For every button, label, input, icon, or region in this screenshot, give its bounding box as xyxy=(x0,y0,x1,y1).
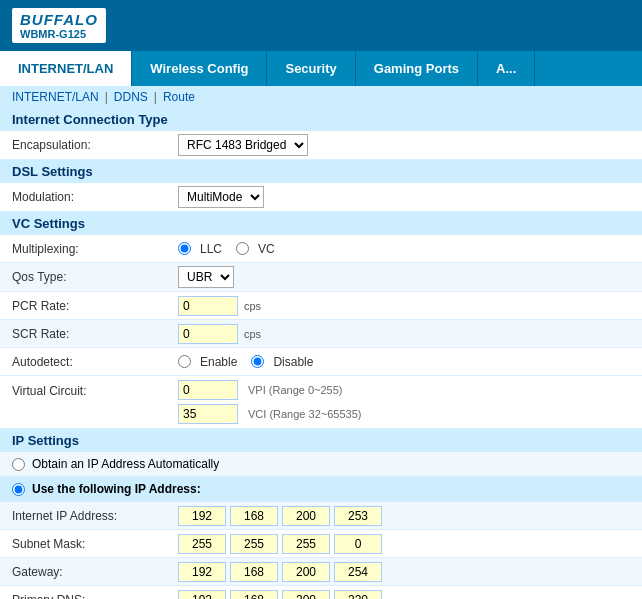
radio-vc[interactable] xyxy=(236,242,249,255)
radio-use-following[interactable] xyxy=(12,483,25,496)
value-internet-ip xyxy=(170,503,642,529)
sub-nav: INTERNET/LAN | DDNS | Route xyxy=(0,86,642,108)
row-pcr-rate: PCR Rate: cps xyxy=(0,292,642,320)
label-autodetect-disable[interactable]: Disable xyxy=(273,355,313,369)
label-autodetect: Autodetect: xyxy=(0,351,170,373)
obtain-auto-text: Obtain an IP Address Automatically xyxy=(32,457,219,471)
label-virtual-circuit: Virtual Circuit: xyxy=(0,376,170,404)
value-encapsulation: RFC 1483 Bridged RFC 1483 Routed PPPoE P… xyxy=(170,131,642,159)
unit-pcr: cps xyxy=(244,300,261,312)
select-modulation[interactable]: MultiMode ADSL ADSL2 ADSL2+ xyxy=(178,186,264,208)
tab-gaming-ports[interactable]: Gaming Ports xyxy=(356,51,478,86)
label-qos-type: Qos Type: xyxy=(0,266,170,288)
select-encapsulation[interactable]: RFC 1483 Bridged RFC 1483 Routed PPPoE P… xyxy=(178,134,308,156)
row-scr-rate: SCR Rate: cps xyxy=(0,320,642,348)
header: BUFFALO WBMR-G125 xyxy=(0,0,642,51)
label-subnet-mask: Subnet Mask: xyxy=(0,533,170,555)
radio-autodetect-disable[interactable] xyxy=(251,355,264,368)
label-primary-dns: Primary DNS: xyxy=(0,589,170,600)
logo-text: BUFFALO xyxy=(20,11,98,28)
row-obtain-auto: Obtain an IP Address Automatically xyxy=(0,452,642,477)
label-internet-ip: Internet IP Address: xyxy=(0,505,170,527)
ip-inputs-internet xyxy=(178,506,382,526)
ip-subnet-3[interactable] xyxy=(334,534,382,554)
value-qos-type: UBR CBR VBR xyxy=(170,263,642,291)
row-multiplexing: Multiplexing: LLC VC xyxy=(0,235,642,263)
sep2: | xyxy=(154,90,157,104)
row-internet-ip: Internet IP Address: xyxy=(0,502,642,530)
subnav-route[interactable]: Route xyxy=(163,90,195,104)
row-gateway: Gateway: xyxy=(0,558,642,586)
sep1: | xyxy=(105,90,108,104)
section-ip-settings: IP Settings xyxy=(0,429,642,452)
vci-line: VCI (Range 32~65535) xyxy=(178,404,634,424)
input-scr-rate[interactable] xyxy=(178,324,238,344)
ip-pdns-2[interactable] xyxy=(282,590,330,600)
value-subnet-mask xyxy=(170,531,642,557)
label-gateway: Gateway: xyxy=(0,561,170,583)
hint-vci: VCI (Range 32~65535) xyxy=(248,408,361,420)
value-scr-rate: cps xyxy=(170,321,642,347)
input-vpi[interactable] xyxy=(178,380,238,400)
value-pcr-rate: cps xyxy=(170,293,642,319)
radio-autodetect-enable[interactable] xyxy=(178,355,191,368)
label-modulation: Modulation: xyxy=(0,186,170,208)
row-use-following: Use the following IP Address: xyxy=(0,477,642,502)
ip-inputs-gateway xyxy=(178,562,382,582)
row-virtual-circuit: Virtual Circuit: VPI (Range 0~255) VCI (… xyxy=(0,376,642,429)
ip-subnet-2[interactable] xyxy=(282,534,330,554)
ip-pdns-1[interactable] xyxy=(230,590,278,600)
select-qos-type[interactable]: UBR CBR VBR xyxy=(178,266,234,288)
label-use-following[interactable]: Use the following IP Address: xyxy=(12,482,201,496)
ip-pdns-0[interactable] xyxy=(178,590,226,600)
input-vci[interactable] xyxy=(178,404,238,424)
ip-pdns-3[interactable] xyxy=(334,590,382,600)
nav-tabs: INTERNET/LAN Wireless Config Security Ga… xyxy=(0,51,642,86)
value-virtual-circuit: VPI (Range 0~255) VCI (Range 32~65535) xyxy=(170,376,642,428)
subnav-ddns[interactable]: DDNS xyxy=(114,90,148,104)
unit-scr: cps xyxy=(244,328,261,340)
label-encapsulation: Encapsulation: xyxy=(0,134,170,156)
ip-internet-1[interactable] xyxy=(230,506,278,526)
row-autodetect: Autodetect: Enable Disable xyxy=(0,348,642,376)
use-following-text: Use the following IP Address: xyxy=(32,482,201,496)
row-encapsulation: Encapsulation: RFC 1483 Bridged RFC 1483… xyxy=(0,131,642,160)
ip-gateway-3[interactable] xyxy=(334,562,382,582)
logo-box: BUFFALO WBMR-G125 xyxy=(12,8,106,43)
ip-internet-0[interactable] xyxy=(178,506,226,526)
main-content: Internet Connection Type Encapsulation: … xyxy=(0,108,642,599)
ip-internet-3[interactable] xyxy=(334,506,382,526)
label-scr-rate: SCR Rate: xyxy=(0,323,170,345)
ip-gateway-1[interactable] xyxy=(230,562,278,582)
logo-model: WBMR-G125 xyxy=(20,28,98,40)
row-subnet-mask: Subnet Mask: xyxy=(0,530,642,558)
tab-internet-lan[interactable]: INTERNET/LAN xyxy=(0,51,132,86)
tab-security[interactable]: Security xyxy=(267,51,355,86)
label-vc[interactable]: VC xyxy=(258,242,275,256)
label-obtain-auto[interactable]: Obtain an IP Address Automatically xyxy=(12,457,219,471)
ip-inputs-primary-dns xyxy=(178,590,382,600)
ip-internet-2[interactable] xyxy=(282,506,330,526)
input-pcr-rate[interactable] xyxy=(178,296,238,316)
value-primary-dns xyxy=(170,587,642,600)
row-primary-dns: Primary DNS: xyxy=(0,586,642,599)
row-qos-type: Qos Type: UBR CBR VBR xyxy=(0,263,642,292)
label-autodetect-enable[interactable]: Enable xyxy=(200,355,237,369)
ip-subnet-0[interactable] xyxy=(178,534,226,554)
tab-more[interactable]: A... xyxy=(478,51,535,86)
label-multiplexing: Multiplexing: xyxy=(0,238,170,260)
hint-vpi: VPI (Range 0~255) xyxy=(248,384,342,396)
ip-inputs-subnet xyxy=(178,534,382,554)
section-internet-connection-type: Internet Connection Type xyxy=(0,108,642,131)
tab-wireless-config[interactable]: Wireless Config xyxy=(132,51,267,86)
section-vc-settings: VC Settings xyxy=(0,212,642,235)
ip-subnet-1[interactable] xyxy=(230,534,278,554)
label-pcr-rate: PCR Rate: xyxy=(0,295,170,317)
radio-obtain-auto[interactable] xyxy=(12,458,25,471)
ip-gateway-2[interactable] xyxy=(282,562,330,582)
label-llc[interactable]: LLC xyxy=(200,242,222,256)
subnav-internet-lan[interactable]: INTERNET/LAN xyxy=(12,90,99,104)
radio-llc[interactable] xyxy=(178,242,191,255)
section-dsl-settings: DSL Settings xyxy=(0,160,642,183)
ip-gateway-0[interactable] xyxy=(178,562,226,582)
